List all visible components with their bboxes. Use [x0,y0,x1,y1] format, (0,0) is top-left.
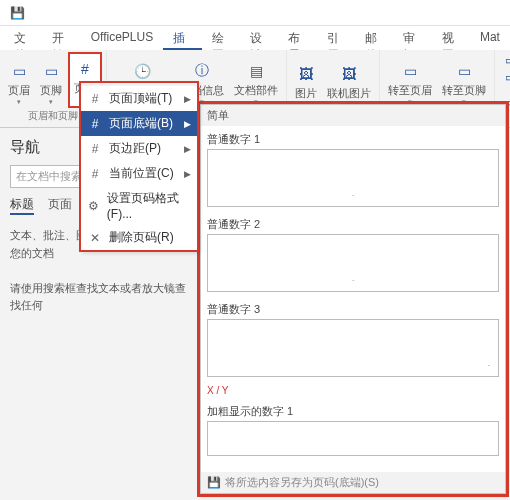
menu-item-icon: # [87,117,103,131]
page-number-gallery: 简单 普通数字 1 ·普通数字 2 ·普通数字 3 · X / Y 加粗显示的数… [200,104,506,494]
menu-item[interactable]: ⚙设置页码格式(F)... [81,186,197,225]
chevron-right-icon: ▶ [184,119,191,129]
page-number-menu: #页面顶端(T)▶#页面底端(B)▶#页边距(P)▶#当前位置(C)▶⚙设置页码… [80,82,198,251]
menu-item[interactable]: #页边距(P)▶ [81,136,197,161]
menu-item-icon: # [87,167,103,181]
group-label: 页眉和页脚 [28,108,78,125]
gallery-item[interactable]: · [207,319,499,377]
gallery-item-label: 普通数字 1 [207,128,499,149]
chevron-right-icon: ▶ [184,169,191,179]
ribbon-icon: ⓘ [192,61,212,81]
gallery-item-label: 普通数字 2 [207,213,499,234]
save-icon[interactable]: 💾 [8,4,26,22]
ribbon-small-button[interactable]: ▭下一条 [499,69,510,86]
ribbon-button[interactable]: ▤文档部件▾ [230,52,282,108]
ribbon-tab[interactable]: 文件 [4,26,42,50]
chevron-right-icon: ▶ [184,144,191,154]
menu-item-icon: ✕ [87,231,103,245]
gallery-item-label: 加粗显示的数字 1 [207,400,499,421]
gallery-item-label: 普通数字 3 [207,298,499,319]
menu-item-icon: # [87,92,103,106]
ribbon-icon: ▭ [454,61,474,81]
ribbon-tab[interactable]: 邮件 [355,26,393,50]
ribbon-button[interactable]: ▭页眉▾ [4,52,34,108]
ribbon-icon: # [75,59,95,79]
save-selection-icon: 💾 [207,476,221,489]
ribbon-tabs: 文件开始OfficePLUS插入绘图设计布局引用邮件审阅视图Mat [0,26,510,50]
nav-tab-pages[interactable]: 页面 [48,196,72,215]
ribbon-icon: ▤ [246,61,266,81]
chevron-right-icon: ▶ [184,94,191,104]
menu-item[interactable]: ✕删除页码(R) [81,225,197,250]
gallery-xy-header: X / Y [201,383,505,398]
ribbon-tab[interactable]: Mat [470,26,510,50]
menu-item[interactable]: #当前位置(C)▶ [81,161,197,186]
ribbon-icon: ▭ [400,61,420,81]
ribbon-tab[interactable]: 视图 [432,26,470,50]
ribbon-tab[interactable]: 绘图 [202,26,240,50]
ribbon-icon: 🖼 [339,64,359,84]
nav-tab-headings[interactable]: 标题 [10,196,34,215]
gallery-item[interactable]: · [207,149,499,207]
ribbon-small-button[interactable]: ▭上一条 [499,52,510,69]
ribbon-icon: ▭ [9,61,29,81]
ribbon-tab[interactable]: OfficePLUS [81,26,163,50]
menu-item-icon: # [87,142,103,156]
ribbon-tab[interactable]: 插入 [163,26,201,50]
ribbon-tab[interactable]: 布局 [278,26,316,50]
menu-item[interactable]: #页面底端(B)▶ [81,111,197,136]
ribbon-button[interactable]: ▭页脚▾ [36,52,66,108]
ribbon-tab[interactable]: 设计 [240,26,278,50]
ribbon-button[interactable]: ▭转至页眉▾ [384,52,436,108]
ribbon-button[interactable]: 🖼图片▾ [291,52,321,111]
ribbon-tab[interactable]: 审阅 [393,26,431,50]
gallery-footer[interactable]: 💾 将所选内容另存为页码(底端)(S) [201,472,505,493]
ribbon-button[interactable]: ▭转至页脚▾ [438,52,490,108]
ribbon-button[interactable]: 🖼联机图片▾ [323,52,375,111]
menu-item[interactable]: #页面顶端(T)▶ [81,86,197,111]
ribbon-icon: 🕒 [133,61,153,81]
ribbon-tab[interactable]: 引用 [317,26,355,50]
ribbon-tab[interactable]: 开始 [42,26,80,50]
ribbon-icon: 🖼 [296,64,316,84]
gallery-item[interactable]: · [207,234,499,292]
ribbon-icon: ▭ [41,61,61,81]
gallery-section-header: 简单 [201,105,505,126]
gallery-item[interactable] [207,421,499,456]
menu-item-icon: ⚙ [87,199,101,213]
